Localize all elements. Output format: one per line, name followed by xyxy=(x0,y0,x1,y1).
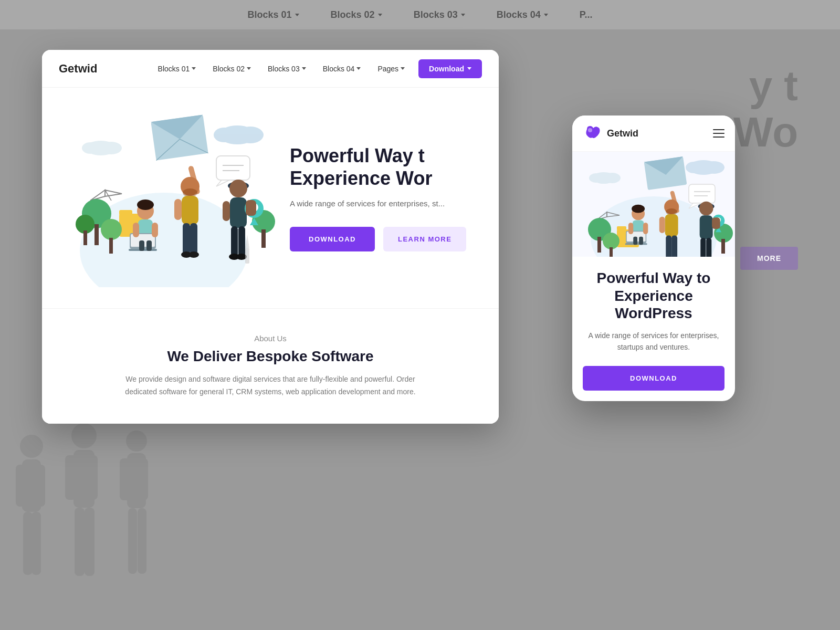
svg-point-105 xyxy=(632,205,645,213)
svg-rect-17 xyxy=(138,508,146,574)
chevron-down-icon xyxy=(302,67,306,70)
svg-rect-43 xyxy=(83,230,87,245)
bg-nav-blocks04: Blocks 04 xyxy=(497,9,548,20)
nav-blocks02[interactable]: Blocks 02 xyxy=(205,60,258,77)
desktop-card: Getwid Blocks 01 Blocks 02 Blocks 03 Blo… xyxy=(42,50,499,424)
nav-blocks04[interactable]: Blocks 04 xyxy=(316,60,369,77)
svg-point-20 xyxy=(237,127,264,143)
svg-point-24 xyxy=(82,142,99,154)
hero-illustration-svg xyxy=(59,109,279,287)
nav-blocks03[interactable]: Blocks 03 xyxy=(260,60,313,77)
chevron-icon xyxy=(461,14,465,16)
mobile-hero-title: Powerful Way to Experience WordPress xyxy=(583,269,724,322)
desktop-hero: Powerful Way t Experience Wor A wide ran… xyxy=(42,88,499,308)
svg-rect-52 xyxy=(133,223,139,237)
desktop-nav-links: Blocks 01 Blocks 02 Blocks 03 Blocks 04 … xyxy=(151,59,482,78)
svg-rect-45 xyxy=(261,229,266,248)
svg-point-100 xyxy=(603,233,620,249)
desktop-hero-subtitle: A wide range of services for enterprises… xyxy=(290,198,474,210)
svg-rect-39 xyxy=(94,224,99,245)
svg-rect-9 xyxy=(86,455,98,500)
svg-rect-75 xyxy=(238,226,245,257)
svg-point-116 xyxy=(666,208,677,215)
chevron-down-icon xyxy=(401,67,405,70)
svg-point-40 xyxy=(101,219,122,240)
svg-point-58 xyxy=(183,188,197,197)
svg-rect-60 xyxy=(174,199,182,220)
mobile-navbar: Getwid xyxy=(572,116,735,152)
desktop-hero-title: Powerful Way t Experience Wor xyxy=(290,144,474,190)
mobile-card: Getwid xyxy=(572,116,735,401)
bg-topbar: Blocks 01 Blocks 02 Blocks 03 Blocks 04 … xyxy=(0,0,840,29)
svg-point-83 xyxy=(704,161,724,174)
hero-learn-more-button[interactable]: LEARN MORE xyxy=(383,227,466,251)
svg-rect-103 xyxy=(721,239,725,254)
svg-point-47 xyxy=(137,200,154,210)
svg-rect-14 xyxy=(120,458,130,500)
svg-rect-15 xyxy=(138,458,148,500)
svg-rect-92 xyxy=(689,184,715,203)
chevron-down-icon xyxy=(467,67,471,70)
svg-rect-10 xyxy=(75,508,85,576)
hero-download-button[interactable]: DOWNLOAD xyxy=(290,227,375,251)
svg-rect-119 xyxy=(666,236,671,257)
svg-rect-120 xyxy=(671,236,677,257)
svg-rect-55 xyxy=(146,240,152,251)
svg-point-21 xyxy=(214,128,235,142)
svg-point-12 xyxy=(126,430,147,452)
svg-rect-3 xyxy=(35,465,45,507)
svg-rect-118 xyxy=(659,217,665,233)
svg-marker-30 xyxy=(105,190,122,196)
chevron-down-icon xyxy=(247,67,251,70)
svg-rect-61 xyxy=(183,223,190,255)
chevron-icon xyxy=(544,14,548,16)
svg-point-125 xyxy=(699,202,713,216)
svg-rect-74 xyxy=(231,226,238,257)
svg-rect-111 xyxy=(643,223,648,234)
mobile-logo-text: Getwid xyxy=(607,128,713,139)
mobile-download-button[interactable]: DOWNLOAD xyxy=(583,366,724,391)
svg-rect-4 xyxy=(23,512,33,575)
svg-point-0 xyxy=(20,435,43,458)
hero-illustration xyxy=(59,109,279,287)
svg-rect-32 xyxy=(216,156,250,180)
download-button[interactable]: Download xyxy=(418,59,482,78)
svg-point-86 xyxy=(604,173,621,183)
bg-more-button: MORE xyxy=(740,247,798,270)
svg-rect-99 xyxy=(597,237,601,253)
svg-rect-68 xyxy=(230,197,247,228)
svg-rect-112 xyxy=(633,237,637,245)
about-title: We Deliver Bespoke Software xyxy=(74,348,467,365)
svg-rect-72 xyxy=(246,200,256,216)
nav-pages[interactable]: Pages xyxy=(370,60,412,77)
svg-rect-54 xyxy=(139,240,144,251)
bg-nav-blocks01: Blocks 01 xyxy=(248,9,299,20)
hamburger-menu[interactable] xyxy=(713,129,724,138)
svg-rect-132 xyxy=(706,238,711,257)
chevron-down-icon xyxy=(356,67,361,70)
mobile-hero-text: Powerful Way to Experience WordPress A w… xyxy=(572,257,735,353)
mobile-logo-icon xyxy=(583,124,602,143)
svg-rect-130 xyxy=(712,217,720,229)
about-text: We provide design and software digital s… xyxy=(118,373,423,398)
svg-marker-33 xyxy=(216,180,229,186)
mobile-hero-subtitle: A wide range of services for enterprises… xyxy=(583,330,724,353)
svg-rect-11 xyxy=(85,508,94,576)
svg-point-6 xyxy=(71,423,97,448)
bg-nav-blocks03: Blocks 03 xyxy=(414,9,465,20)
bg-hero-text: y t Wo xyxy=(733,63,798,155)
chevron-icon xyxy=(295,14,299,16)
svg-rect-53 xyxy=(152,223,158,237)
svg-rect-117 xyxy=(665,214,678,237)
svg-point-84 xyxy=(686,162,702,173)
svg-rect-5 xyxy=(32,512,41,575)
hero-content: Powerful Way t Experience Wor A wide ran… xyxy=(279,144,474,251)
svg-rect-8 xyxy=(65,455,77,500)
svg-point-23 xyxy=(101,142,122,154)
nav-blocks01[interactable]: Blocks 01 xyxy=(151,60,204,77)
svg-point-80 xyxy=(588,128,592,132)
svg-rect-73 xyxy=(223,201,230,221)
mobile-illustration xyxy=(572,152,735,257)
svg-rect-37 xyxy=(119,210,132,215)
chevron-down-icon xyxy=(192,67,196,70)
